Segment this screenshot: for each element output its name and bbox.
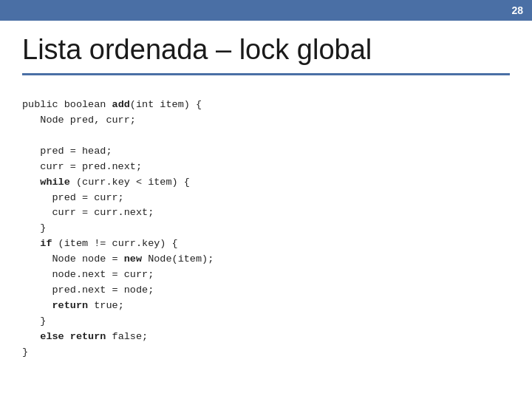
slide-title: Lista ordenada – lock global (0, 21, 532, 73)
slide-number: 28 (511, 4, 523, 16)
title-underline (22, 73, 510, 75)
code-line-1: public boolean add(int item) { Node pred… (22, 99, 214, 358)
slide-container: 28 Lista ordenada – lock global public b… (0, 0, 532, 399)
code-block: public boolean add(int item) { Node pred… (0, 90, 532, 368)
top-bar: 28 (0, 0, 532, 21)
